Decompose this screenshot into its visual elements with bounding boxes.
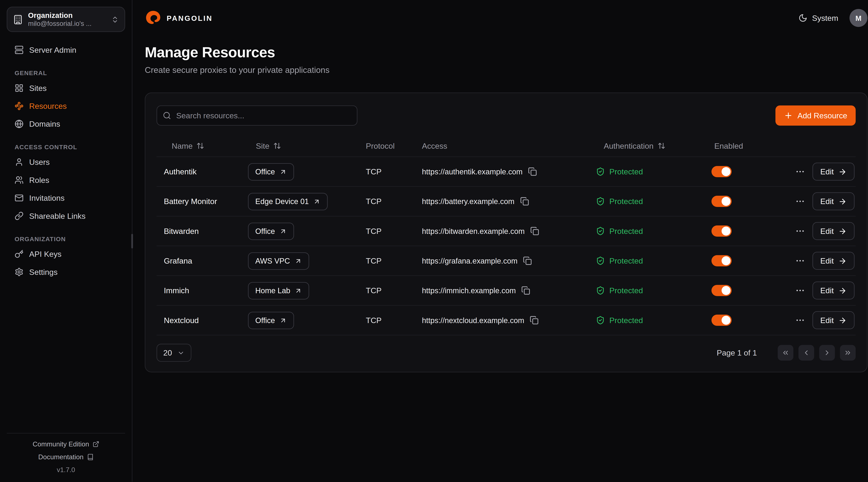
shield-check-icon [596,227,605,236]
community-edition-link[interactable]: Community Edition [7,440,125,448]
org-switcher[interactable]: Organization milo@fossorial.io's ... [7,7,125,32]
external-link-icon [93,441,99,447]
site-link-button[interactable]: Home Lab [248,282,309,299]
table-row: Grafana AWS VPC TCP https://grafana.exam… [157,246,856,276]
book-icon [87,454,94,460]
row-menu-button[interactable] [795,167,805,176]
avatar[interactable]: M [849,9,867,27]
site-link-button[interactable]: Office [248,312,294,329]
copy-url-button[interactable] [520,197,529,206]
sort-name-button[interactable]: Name [164,141,205,150]
row-menu-button[interactable] [795,226,805,236]
enabled-toggle[interactable] [711,255,732,266]
arrow-up-down-icon [657,141,665,150]
arrow-up-right-icon [279,168,287,175]
sort-authentication-button[interactable]: Authentication [596,141,665,150]
sidebar-item-roles[interactable]: Roles [7,171,125,189]
page-size-value: 20 [163,348,172,357]
previous-page-button[interactable] [798,345,814,360]
next-page-button[interactable] [819,345,835,360]
enabled-toggle[interactable] [711,166,732,177]
column-header-authentication: Authentication [596,141,711,150]
site-link-button[interactable]: AWS VPC [248,252,309,269]
ellipsis-icon [795,167,805,176]
edit-button[interactable]: Edit [812,163,855,181]
site-link-button[interactable]: Office [248,163,294,180]
edit-label: Edit [820,316,834,325]
key-icon [14,250,24,259]
add-resource-label: Add Resource [798,111,847,120]
page-size-select[interactable]: 20 [157,344,191,362]
edit-label: Edit [820,256,834,265]
auth-status: Protected [609,256,643,265]
protocol: TCP [366,256,422,265]
edit-button[interactable]: Edit [812,282,855,299]
last-page-button[interactable] [840,345,856,360]
protocol: TCP [366,286,422,295]
copy-url-button[interactable] [528,167,537,176]
copy-url-button[interactable] [530,316,539,325]
auth-status: Protected [609,197,643,206]
sidebar-item-server-admin[interactable]: Server Admin [7,41,125,59]
copy-url-button[interactable] [522,286,530,295]
search-input[interactable] [157,105,358,126]
site-link-button[interactable]: Edge Device 01 [248,193,328,210]
documentation-link[interactable]: Documentation [7,453,125,461]
column-header-enabled: Enabled [711,141,793,150]
sidebar-item-domains[interactable]: Domains [7,115,125,133]
sort-site-button[interactable]: Site [248,141,281,150]
sidebar-nav: Server Admin GENERAL Sites Resources Dom… [7,41,125,281]
edit-button[interactable]: Edit [812,252,855,269]
copy-icon [530,316,539,325]
sidebar-item-settings[interactable]: Settings [7,263,125,281]
resource-name: Authentik [164,167,248,176]
enabled-toggle[interactable] [711,285,732,296]
version-label: v1.7.0 [7,466,125,474]
arrow-up-down-icon [273,141,281,150]
enabled-toggle[interactable] [711,196,732,207]
pangolin-logo-icon [145,9,162,26]
copy-url-button[interactable] [523,256,532,265]
row-menu-button[interactable] [795,256,805,266]
ellipsis-icon [795,196,805,206]
site-link-button[interactable]: Office [248,222,294,240]
chevrons-left-icon [781,349,789,357]
user-icon [14,158,24,167]
mail-icon [14,193,24,202]
sidebar-item-shareable-links[interactable]: Shareable Links [7,207,125,225]
sidebar-section-label: ACCESS CONTROL [14,143,121,150]
first-page-button[interactable] [778,345,793,360]
theme-toggle-button[interactable]: System [799,13,838,23]
sidebar-section: ORGANIZATION API Keys Settings [7,235,125,281]
enabled-toggle[interactable] [711,315,732,326]
row-menu-button[interactable] [795,196,805,206]
auth-status: Protected [609,167,643,176]
chevrons-up-down-icon [111,15,119,23]
copy-url-button[interactable] [530,227,539,236]
edit-button[interactable]: Edit [812,192,855,210]
enabled-toggle[interactable] [711,225,732,237]
row-menu-button[interactable] [795,285,805,295]
edit-button[interactable]: Edit [812,311,855,329]
arrow-up-right-icon [294,257,302,264]
chevron-left-icon [802,349,810,357]
sidebar-item-label: Shareable Links [29,212,86,221]
building-icon [13,14,23,24]
arrow-up-right-icon [295,287,302,294]
add-resource-button[interactable]: Add Resource [776,105,856,126]
shield-check-icon [596,316,605,325]
arrow-right-icon [838,257,847,265]
resource-name: Bitwarden [164,227,248,236]
sidebar-item-sites[interactable]: Sites [7,79,125,97]
theme-label: System [812,13,838,23]
sidebar-item-api-keys[interactable]: API Keys [7,245,125,263]
sidebar-item-resources[interactable]: Resources [7,97,125,115]
edit-label: Edit [820,167,834,176]
ellipsis-icon [795,285,805,295]
row-menu-button[interactable] [795,315,805,325]
edit-button[interactable]: Edit [812,222,855,240]
sidebar-item-users[interactable]: Users [7,153,125,171]
sidebar-resize-handle[interactable] [131,233,133,248]
site-name: Office [255,227,275,235]
sidebar-item-invitations[interactable]: Invitations [7,189,125,207]
